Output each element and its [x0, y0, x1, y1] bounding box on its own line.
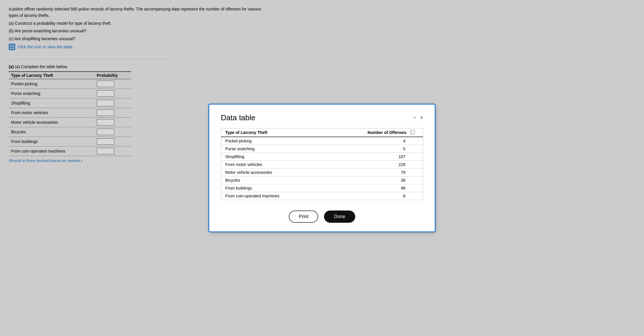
print-button[interactable]: Print [289, 211, 318, 223]
data-table-row: Shoplifting 107 [221, 153, 423, 161]
dialog-titlebar: Data table − × [221, 113, 423, 122]
data-type-cell: From buildings [221, 184, 325, 192]
dialog-controls: − × [413, 115, 423, 120]
data-table-row: From buildings 98 [221, 184, 423, 192]
data-table-row: Bicycles 38 [221, 176, 423, 184]
data-table-row: From motor vehicles 228 [221, 161, 423, 169]
data-type-cell: Bicycles [221, 176, 325, 184]
copy-icon[interactable] [410, 131, 414, 135]
data-offenses-cell: 6 [325, 192, 423, 200]
dialog-overlay: Data table − × Type of Larceny Theft Num… [0, 0, 644, 336]
data-offenses-cell: 228 [325, 161, 423, 169]
data-type-cell: From motor vehicles [221, 161, 325, 169]
data-type-cell: Motor vehicle accessories [221, 169, 325, 176]
data-table-row: From coin-operated machines 6 [221, 192, 423, 200]
data-offenses-cell: 4 [325, 137, 423, 145]
data-type-cell: From coin-operated machines [221, 192, 325, 200]
data-offenses-cell: 98 [325, 184, 423, 192]
dialog-title: Data table [221, 113, 256, 122]
done-button[interactable]: Done [324, 211, 355, 223]
data-table-row: Pocket picking 4 [221, 137, 423, 145]
minimize-button[interactable]: − [413, 115, 416, 120]
data-table-row: Motor vehicle accessories 79 [221, 169, 423, 176]
data-type-cell: Pocket picking [221, 137, 325, 145]
close-button[interactable]: × [420, 115, 423, 120]
data-type-cell: Purse snatching [221, 145, 325, 153]
data-offenses-cell: 5 [325, 145, 423, 153]
data-offenses-cell: 79 [325, 169, 423, 176]
data-table-dialog: Data table − × Type of Larceny Theft Num… [208, 104, 436, 232]
data-table-offenses-header: Number of Offenses [325, 128, 423, 137]
data-offenses-cell: 38 [325, 176, 423, 184]
data-table: Type of Larceny Theft Number of Offenses… [221, 128, 423, 200]
data-type-cell: Shoplifting [221, 153, 325, 161]
data-offenses-cell: 107 [325, 153, 423, 161]
data-table-type-header: Type of Larceny Theft [221, 128, 325, 137]
dialog-footer: Print Done [221, 211, 423, 223]
data-table-row: Purse snatching 5 [221, 145, 423, 153]
